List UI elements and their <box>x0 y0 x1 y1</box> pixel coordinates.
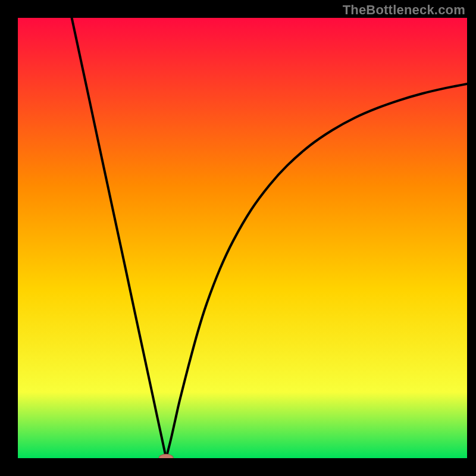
curve-left-branch <box>72 18 167 458</box>
plot-area <box>18 18 467 458</box>
curve-right-branch <box>166 84 467 458</box>
optimum-marker <box>159 454 173 458</box>
watermark-text: TheBottleneck.com <box>343 2 465 18</box>
curve-layer <box>18 18 467 458</box>
chart-stage: TheBottleneck.com <box>0 0 476 476</box>
